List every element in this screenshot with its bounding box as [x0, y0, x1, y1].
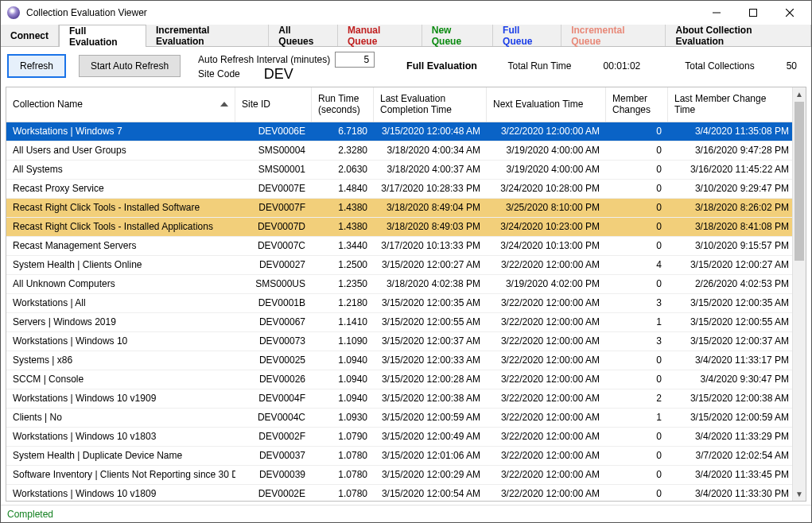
grid-container: Collection Name Site ID Run Time (second…: [6, 87, 806, 502]
table-row[interactable]: Clients | NoDEV0004C1.09303/15/2020 12:0…: [6, 409, 792, 428]
cell-lmct: 3/10/2020 9:29:47 PM: [668, 180, 792, 198]
cell-lmct: 3/18/2020 8:41:08 PM: [668, 218, 792, 236]
cell-site: DEV0006E: [235, 122, 312, 141]
cell-next: 3/22/2020 12:00:00 AM: [487, 351, 606, 370]
tab-incremental-evaluation[interactable]: Incremental Evaluation: [146, 25, 269, 46]
col-collection-name[interactable]: Collection Name: [6, 87, 235, 122]
table-row[interactable]: Recast Proxy ServiceDEV0007E1.48403/17/2…: [6, 180, 792, 199]
cell-name: Servers | Windows 2019: [6, 313, 235, 331]
site-code-value: DEV: [264, 68, 293, 80]
cell-run: 1.0790: [312, 428, 374, 446]
col-next-evaluation[interactable]: Next Evaluation Time: [487, 87, 606, 122]
table-row[interactable]: Software Inventory | Clients Not Reporti…: [6, 466, 792, 485]
cell-site: DEV0007E: [235, 180, 312, 198]
status-bar: Completed: [1, 505, 811, 522]
auto-refresh-interval-label: Auto Refresh Interval (minutes): [198, 53, 333, 66]
cell-lmct: 3/7/2020 12:02:54 AM: [668, 447, 792, 465]
cell-site: DEV0001B: [235, 294, 312, 312]
cell-run: 1.0940: [312, 370, 374, 389]
table-row[interactable]: System Health | Clients OnlineDEV000271.…: [6, 256, 792, 275]
cell-mc: 0: [606, 237, 668, 255]
tab-all-queues[interactable]: All Queues: [269, 25, 338, 46]
close-button[interactable]: [771, 1, 808, 25]
total-run-time-label: Total Run Time: [508, 60, 572, 72]
scroll-down-arrow[interactable]: ▼: [793, 487, 806, 501]
cell-last: 3/15/2020 12:00:27 AM: [374, 256, 487, 274]
cell-name: Recast Proxy Service: [6, 180, 235, 198]
tab-manual-queue[interactable]: Manual Queue: [338, 25, 422, 46]
col-site-id[interactable]: Site ID: [235, 87, 312, 122]
minimize-button[interactable]: [698, 1, 735, 25]
cell-mc: 0: [606, 180, 668, 198]
col-last-member-change[interactable]: Last Member Change Time: [668, 87, 792, 122]
site-code-label: Site Code: [198, 68, 240, 80]
table-row[interactable]: Workstations | Windows 10 v1909DEV0004F1…: [6, 389, 792, 409]
tab-incremental-queue[interactable]: Incremental Queue: [561, 25, 666, 46]
cell-site: DEV00073: [235, 332, 312, 351]
table-row[interactable]: Recast Right Click Tools - Installed App…: [6, 218, 792, 237]
scroll-thumb[interactable]: [795, 102, 804, 261]
col-run-time[interactable]: Run Time (seconds): [312, 87, 374, 122]
table-row[interactable]: Servers | Windows 2019DEV000671.14103/15…: [6, 313, 792, 332]
table-row[interactable]: Recast Management ServersDEV0007C1.34403…: [6, 237, 792, 256]
cell-run: 1.0940: [312, 389, 374, 408]
table-row[interactable]: Workstations | Windows 10 v1809DEV0002E1…: [6, 485, 792, 501]
maximize-button[interactable]: [735, 1, 771, 25]
col-member-changes[interactable]: Member Changes: [606, 87, 668, 122]
cell-next: 3/25/2020 8:10:00 PM: [487, 199, 606, 217]
tab-about-collection-evaluation[interactable]: About Collection Evaluation: [666, 25, 811, 46]
toolbar: Refresh Start Auto Refresh Auto Refresh …: [1, 47, 811, 87]
tab-new-queue[interactable]: New Queue: [422, 25, 493, 46]
cell-next: 3/22/2020 12:00:00 AM: [487, 389, 606, 408]
cell-next: 3/24/2020 10:13:00 PM: [487, 237, 606, 255]
table-row[interactable]: Systems | x86DEV000251.09403/15/2020 12:…: [6, 351, 792, 370]
table-row[interactable]: Recast Right Click Tools - Installed Sof…: [6, 199, 792, 218]
cell-last: 3/15/2020 12:00:28 AM: [374, 370, 487, 389]
cell-name: SCCM | Console: [6, 370, 235, 389]
table-row[interactable]: Workstations | AllDEV0001B1.21803/15/202…: [6, 294, 792, 313]
refresh-button[interactable]: Refresh: [7, 54, 66, 78]
cell-last: 3/15/2020 12:01:06 AM: [374, 447, 487, 465]
table-row[interactable]: All SystemsSMS000012.06303/18/2020 4:00:…: [6, 161, 792, 180]
vertical-scrollbar[interactable]: ▲ ▼: [792, 87, 806, 501]
tab-full-evaluation[interactable]: Full Evaluation: [59, 25, 146, 47]
cell-lmct: 3/15/2020 12:00:35 AM: [668, 294, 792, 312]
table-row[interactable]: All Users and User GroupsSMS000042.32803…: [6, 141, 792, 161]
col-last-evaluation[interactable]: Last Evaluation Completion Time: [374, 87, 487, 122]
table-row[interactable]: Workstations | Windows 10DEV000731.10903…: [6, 332, 792, 351]
cell-lmct: 3/4/2020 11:33:17 PM: [668, 351, 792, 370]
tab-full-queue[interactable]: Full Queue: [493, 25, 561, 46]
cell-name: Recast Right Click Tools - Installed Sof…: [6, 199, 235, 217]
cell-site: DEV0007F: [235, 199, 312, 217]
cell-mc: 0: [606, 370, 668, 389]
cell-run: 1.0780: [312, 447, 374, 465]
cell-last: 3/15/2020 12:00:29 AM: [374, 466, 487, 484]
table-row[interactable]: Workstations | Windows 7DEV0006E6.71803/…: [6, 122, 792, 141]
cell-site: DEV0002E: [235, 485, 312, 501]
cell-run: 1.0930: [312, 409, 374, 427]
cell-lmct: 3/15/2020 12:00:27 AM: [668, 256, 792, 274]
scroll-up-arrow[interactable]: ▲: [793, 87, 806, 101]
titlebar: Collection Evaluation Viewer: [1, 1, 811, 25]
table-row[interactable]: Workstations | Windows 10 v1803DEV0002F1…: [6, 428, 792, 447]
cell-mc: 1: [606, 409, 668, 427]
tab-connect[interactable]: Connect: [1, 25, 59, 46]
cell-last: 3/18/2020 8:49:04 PM: [374, 199, 487, 217]
cell-next: 3/22/2020 12:00:00 AM: [487, 466, 606, 484]
cell-next: 3/22/2020 12:00:00 AM: [487, 294, 606, 312]
tab-strip: ConnectFull EvaluationIncremental Evalua…: [1, 25, 811, 47]
cell-lmct: 3/4/2020 11:35:08 PM: [668, 122, 792, 141]
table-row[interactable]: System Health | Duplicate Device NameDEV…: [6, 447, 792, 466]
status-text: Completed: [7, 509, 53, 520]
cell-next: 3/22/2020 12:00:00 AM: [487, 122, 606, 141]
auto-refresh-interval-input[interactable]: [335, 52, 375, 68]
table-row[interactable]: All Unknown ComputersSMS000US1.23503/18/…: [6, 275, 792, 294]
window-controls: [698, 1, 808, 25]
cell-mc: 0: [606, 447, 668, 465]
cell-site: DEV0004F: [235, 389, 312, 408]
cell-name: Workstations | Windows 7: [6, 122, 235, 141]
table-row[interactable]: SCCM | ConsoleDEV000261.09403/15/2020 12…: [6, 370, 792, 389]
cell-mc: 3: [606, 332, 668, 351]
start-auto-refresh-button[interactable]: Start Auto Refresh: [79, 55, 181, 77]
cell-next: 3/24/2020 10:23:00 PM: [487, 218, 606, 236]
